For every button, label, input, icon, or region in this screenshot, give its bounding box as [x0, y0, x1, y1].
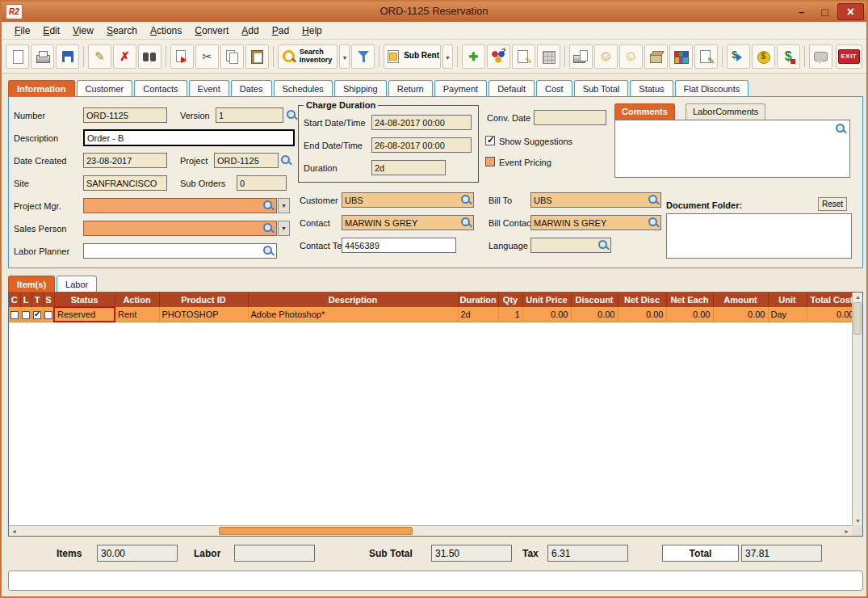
- description-field[interactable]: [83, 129, 295, 146]
- reset-button[interactable]: Reset: [818, 197, 847, 211]
- sub-rent-button-dropdown[interactable]: [442, 44, 453, 69]
- date-created-field[interactable]: [83, 153, 167, 168]
- event-button[interactable]: [619, 44, 643, 69]
- tab-schedules[interactable]: Schedules: [274, 80, 333, 96]
- package-button[interactable]: [644, 44, 668, 69]
- column-header-unit-price[interactable]: Unit Price: [522, 293, 571, 307]
- sales-person-field[interactable]: [83, 221, 277, 236]
- add-item-button[interactable]: [462, 44, 485, 69]
- pad-button[interactable]: [537, 44, 560, 69]
- items-tab-item-s-[interactable]: Item(s): [8, 276, 55, 292]
- close-button[interactable]: [837, 3, 864, 20]
- edit-button[interactable]: [88, 44, 111, 69]
- column-header-t[interactable]: T: [31, 293, 43, 307]
- cut-button[interactable]: [195, 44, 219, 69]
- tab-cost[interactable]: Cost: [536, 80, 572, 96]
- tab-contacts[interactable]: Contacts: [134, 80, 187, 96]
- menu-view[interactable]: View: [66, 23, 100, 38]
- labor-total-field[interactable]: [234, 545, 315, 562]
- comments-search-icon[interactable]: [835, 123, 847, 135]
- sub-total-field[interactable]: [431, 545, 512, 562]
- conv-date-field[interactable]: [534, 110, 606, 125]
- project-field[interactable]: [214, 153, 279, 168]
- tab-sub-total[interactable]: Sub Total: [574, 80, 629, 96]
- tab-information[interactable]: Information: [8, 80, 75, 96]
- labor-planner-search-icon[interactable]: [262, 245, 275, 257]
- scroll-down-icon[interactable]: ▼: [855, 518, 861, 524]
- menu-edit[interactable]: Edit: [36, 23, 66, 38]
- column-header-description[interactable]: Description: [248, 293, 458, 307]
- labor-comments-tab[interactable]: LaborComments: [686, 103, 765, 120]
- contact-field[interactable]: [342, 215, 474, 230]
- row-checkbox-l[interactable]: [22, 311, 30, 319]
- minimize-button[interactable]: [790, 4, 812, 19]
- copy-button[interactable]: [220, 44, 244, 69]
- menu-help[interactable]: Help: [296, 23, 329, 38]
- currency-button[interactable]: [777, 44, 800, 69]
- site-field[interactable]: [83, 175, 167, 191]
- column-header-c[interactable]: C: [9, 293, 20, 307]
- row-checkbox-t[interactable]: [33, 311, 41, 319]
- bill-contact-search-icon[interactable]: [648, 217, 660, 229]
- new-button[interactable]: [6, 44, 29, 69]
- column-header-net-each[interactable]: Net Each: [666, 293, 713, 307]
- scroll-left-icon[interactable]: ◄: [11, 529, 17, 534]
- payment-button[interactable]: [752, 44, 775, 69]
- show-suggestions-checkbox[interactable]: [485, 136, 495, 145]
- number-field[interactable]: [83, 107, 167, 123]
- project-search-icon[interactable]: [280, 154, 292, 166]
- scroll-right-icon[interactable]: ►: [844, 529, 849, 534]
- save-button[interactable]: [56, 44, 79, 69]
- sub-rent-button[interactable]: Sub Rent: [384, 44, 441, 69]
- version-search-icon[interactable]: [286, 109, 298, 121]
- project-mgr-field[interactable]: [83, 198, 277, 213]
- export-button[interactable]: [170, 44, 194, 69]
- column-header-action[interactable]: Action: [115, 293, 159, 307]
- bill-to-search-icon[interactable]: [648, 194, 660, 206]
- document-folder-box[interactable]: [666, 213, 852, 259]
- column-header-total-cost[interactable]: Total Cost: [807, 293, 857, 307]
- start-datetime-field[interactable]: [371, 115, 472, 130]
- delete-button[interactable]: [113, 44, 136, 69]
- column-header-product-id[interactable]: Product ID: [159, 293, 248, 307]
- bill-to-field[interactable]: [530, 192, 661, 208]
- tax-field[interactable]: [547, 545, 628, 562]
- column-header-unit[interactable]: Unit: [768, 293, 807, 307]
- items-tab-labor[interactable]: Labor: [57, 276, 97, 292]
- menu-search[interactable]: Search: [100, 23, 144, 38]
- customer-button[interactable]: [594, 44, 618, 69]
- tab-payment[interactable]: Payment: [434, 80, 487, 96]
- end-datetime-field[interactable]: [371, 137, 472, 153]
- table-row[interactable]: ReservedRentPHOTOSHOPAdobe Photoshop*2d1…: [9, 307, 857, 322]
- tab-status[interactable]: Status: [630, 80, 673, 96]
- contact-search-icon[interactable]: [460, 217, 472, 229]
- project-mgr-search-icon[interactable]: [262, 200, 275, 212]
- column-header-s[interactable]: S: [43, 293, 54, 307]
- sub-orders-field[interactable]: [237, 175, 287, 191]
- scroll-up-icon[interactable]: ▲: [855, 294, 861, 300]
- customer-field[interactable]: [342, 192, 474, 208]
- notes-button[interactable]: [694, 44, 718, 69]
- language-search-icon[interactable]: [598, 239, 610, 251]
- column-header-duration[interactable]: Duration: [458, 293, 498, 307]
- convert-button[interactable]: [727, 44, 750, 69]
- assemblies-button[interactable]: [669, 44, 693, 69]
- tab-shipping[interactable]: Shipping: [334, 80, 387, 96]
- search-inventory-button-dropdown[interactable]: [339, 44, 350, 69]
- search-inventory-button[interactable]: Search Inventory: [278, 44, 338, 69]
- tab-dates[interactable]: Dates: [231, 80, 272, 96]
- sales-person-dropdown[interactable]: [278, 221, 290, 236]
- menu-convert[interactable]: Convert: [188, 23, 235, 38]
- horizontal-scroll-thumb[interactable]: [219, 527, 413, 535]
- exit-button[interactable]: EXIT: [836, 44, 862, 69]
- paste-button[interactable]: [245, 44, 269, 69]
- bill-contact-field[interactable]: [530, 215, 661, 230]
- horizontal-scrollbar[interactable]: ◄ ►: [9, 525, 852, 536]
- row-checkbox-s[interactable]: [44, 311, 52, 319]
- duration-field[interactable]: [371, 160, 446, 175]
- tab-default[interactable]: Default: [489, 80, 535, 96]
- menu-pad[interactable]: Pad: [266, 23, 296, 38]
- tab-return[interactable]: Return: [388, 80, 433, 96]
- comments-button[interactable]: [809, 44, 832, 69]
- row-checkbox-c[interactable]: [10, 311, 19, 319]
